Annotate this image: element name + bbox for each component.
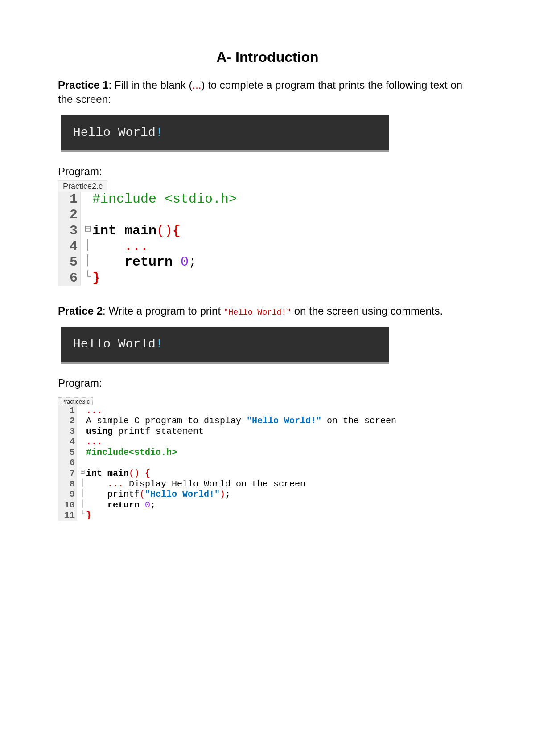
editor2: 1 ... 2 A simple C program to display "H… <box>58 405 477 521</box>
printf-string: "Hello World!" <box>145 489 220 499</box>
editor2-line-4: 4 ... <box>58 437 477 447</box>
code: │ printf("Hello World!"); <box>77 489 230 500</box>
int-main: int main <box>86 468 129 478</box>
code <box>77 458 86 468</box>
editor1-line-4: 4 │ ... <box>58 239 477 254</box>
zero: 0 <box>181 254 189 270</box>
practice2-prompt: Pratice 2: Write a program to print "Hel… <box>58 304 477 318</box>
code: │ ... Display Hello World on the screen <box>77 479 305 490</box>
output2-bang: ! <box>156 337 163 351</box>
code: ... <box>77 405 102 416</box>
editor2-line-7: 7 ⊟int main() { <box>58 468 477 479</box>
paren-open: ( <box>140 489 145 499</box>
semi: ; <box>150 500 156 510</box>
code: ... <box>77 437 102 447</box>
fold-icon[interactable]: ⊟ <box>79 468 86 477</box>
code <box>81 207 92 223</box>
program-label-2: Program: <box>58 377 477 389</box>
code: #include <stdio.h> <box>81 192 237 207</box>
editor2-line-11: 11 └} <box>58 510 477 521</box>
code: A simple C program to display "Hello Wor… <box>77 416 396 426</box>
practice2-inline-hello: "Hello World!" <box>224 308 291 317</box>
line-number: 7 <box>58 468 77 479</box>
editor1-line-3: 3 ⊟int main(){ <box>58 223 477 239</box>
brace-close: } <box>86 510 91 520</box>
line-number: 6 <box>58 270 81 286</box>
practice2-text-after: on the screen using comments. <box>291 305 443 317</box>
blank-ellipsis: ... <box>107 479 123 489</box>
blank-ellipsis: ... <box>86 437 102 447</box>
code: ⊟int main(){ <box>81 223 181 239</box>
output-box-1: Hello World! <box>61 115 389 152</box>
include-directive: #include <stdio.h> <box>92 192 237 207</box>
code: #include<stdio.h> <box>77 447 177 458</box>
line-number: 4 <box>58 437 77 447</box>
code: ⊟int main() { <box>77 468 150 479</box>
program-label-1: Program: <box>58 165 477 178</box>
zero: 0 <box>145 500 150 510</box>
line-number: 11 <box>58 510 77 521</box>
editor1-tab[interactable]: Practice2.c <box>58 180 107 192</box>
line-number: 10 <box>58 500 77 511</box>
int-main: int main <box>92 223 156 238</box>
editor2-line-3: 3 using printf statement <box>58 426 477 437</box>
editor1-line-5: 5 │ return 0; <box>58 254 477 270</box>
editor1-line-2: 2 <box>58 207 477 223</box>
code: │ ... <box>81 239 148 254</box>
return-kw: return <box>107 500 145 510</box>
line-number: 8 <box>58 479 77 490</box>
output-box-2: Hello World! <box>61 327 389 364</box>
semi: ; <box>189 254 197 270</box>
editor2-line-8: 8 │ ... Display Hello World on the scree… <box>58 479 477 490</box>
editor2-tab[interactable]: Practice3.c <box>58 397 93 405</box>
paren-close: ) <box>134 468 140 478</box>
output2-text: Hello World <box>73 337 156 351</box>
editor2-line-5: 5 #include<stdio.h> <box>58 447 477 458</box>
brace-open: { <box>140 468 150 478</box>
line-number: 2 <box>58 207 81 223</box>
line-number: 3 <box>58 426 77 437</box>
page-title: A- Introduction <box>58 49 477 65</box>
practice1-text-before: : Fill in the blank ( <box>108 79 192 91</box>
printf-call: printf <box>107 489 140 499</box>
practice1-prompt: Practice 1: Fill in the blank (...) to c… <box>58 78 477 107</box>
semi: ; <box>225 489 230 499</box>
editor1-tabwrap: Practice2.c <box>58 180 477 192</box>
code: using printf statement <box>77 426 204 437</box>
editor1: 1 #include <stdio.h> 2 3 ⊟int main(){ 4 … <box>58 192 477 286</box>
paren-close: ) <box>165 223 173 238</box>
output1-bang: ! <box>156 126 163 139</box>
code: └} <box>81 270 100 286</box>
brace-open: { <box>173 223 181 238</box>
practice1-label: Practice 1 <box>58 79 108 91</box>
line-number: 2 <box>58 416 77 426</box>
line-number: 5 <box>58 254 81 270</box>
code: │ return 0; <box>77 500 156 511</box>
comment-string: "Hello World!" <box>247 416 321 426</box>
return-kw: return <box>124 254 181 270</box>
comment-text: printf statement <box>113 426 204 437</box>
editor2-line-6: 6 <box>58 458 477 468</box>
practice1-ellipsis: ... <box>193 79 202 91</box>
include-directive: #include<stdio.h> <box>86 447 177 458</box>
blank-ellipsis: ... <box>124 239 148 254</box>
comment-text: Display Hello World on the screen <box>123 479 305 489</box>
editor1-line-1: 1 #include <stdio.h> <box>58 192 477 207</box>
practice2-label: Pratice 2 <box>58 305 103 317</box>
editor1-line-6: 6 └} <box>58 270 477 286</box>
paren-open: ( <box>156 223 165 238</box>
line-number: 3 <box>58 223 81 239</box>
line-number: 1 <box>58 405 77 416</box>
blank-ellipsis: ... <box>86 405 102 416</box>
output1-text: Hello World <box>73 126 156 139</box>
paren-open: ( <box>129 468 134 478</box>
line-number: 6 <box>58 458 77 468</box>
code: │ return 0; <box>81 254 197 270</box>
editor2-line-1: 1 ... <box>58 405 477 416</box>
code: └} <box>77 510 91 521</box>
fold-icon[interactable]: ⊟ <box>83 223 92 236</box>
practice2-text-before: : Write a program to print <box>103 305 224 317</box>
comment-text: A simple C program to display <box>86 416 247 426</box>
line-number: 9 <box>58 489 77 500</box>
line-number: 4 <box>58 239 81 254</box>
